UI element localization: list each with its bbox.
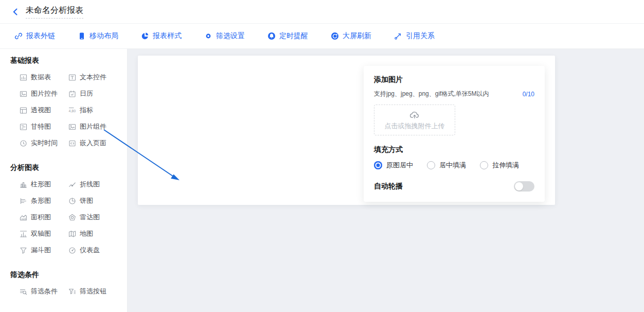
sidebar-item-label: 数据表 (31, 73, 51, 82)
radio-fill-center-fill[interactable]: 居中填满 (427, 161, 466, 170)
radio-fill-original-center[interactable]: 原图居中 (374, 161, 413, 170)
text-widget-icon (68, 74, 76, 81)
filter-search-icon (20, 288, 27, 296)
relation-icon (394, 32, 402, 40)
gauge-icon (68, 247, 76, 254)
sidebar-item-gauge[interactable]: 仪表盘 (68, 242, 127, 258)
sidebar-item-embed-page[interactable]: 嵌入页面 (68, 135, 127, 151)
radio-unselected-icon (427, 161, 435, 169)
embed-page-icon (68, 140, 76, 147)
sidebar-item-label: 文本控件 (80, 73, 106, 82)
toolbar-item-label: 引用关系 (406, 31, 435, 41)
section-title: 基础报表 (10, 56, 127, 65)
radio-fill-stretch-fill[interactable]: 拉伸填满 (480, 161, 519, 170)
sidebar-item-label: 地图 (80, 229, 93, 238)
bell-icon (267, 32, 276, 40)
section-analysis-charts: 分析图表 柱形图 折线图 条形图 (10, 163, 127, 258)
column-chart-icon (20, 181, 27, 188)
sidebar-item-realtime-clock[interactable]: 实时时间 (20, 135, 68, 151)
fill-mode-label: 填充方式 (374, 145, 534, 154)
sidebar-item-label: 仪表盘 (80, 246, 100, 255)
toolbar-item-label: 移动布局 (90, 31, 118, 41)
app-root: 未命名分析报表 报表外链 移动布局 报表样式 筛选设置 定时提醒 大屏刷新 (0, 0, 644, 312)
back-button[interactable] (9, 6, 22, 18)
pie-icon (68, 197, 76, 205)
metric-icon: 4,80 (68, 107, 76, 114)
sidebar-item-label: 透视图 (31, 106, 51, 115)
toolbar-item-label: 报表外链 (26, 31, 55, 41)
sidebar-item-pivot-table[interactable]: 透视图 (20, 102, 68, 118)
autoplay-label: 自动轮播 (374, 182, 403, 191)
svg-text:4,80: 4,80 (69, 109, 76, 113)
sidebar-item-radar-chart[interactable]: 雷达图 (68, 209, 127, 226)
toolbar-bigscreen-refresh[interactable]: 大屏刷新 (331, 31, 371, 41)
calendar-icon (68, 90, 76, 98)
link-icon (14, 32, 23, 40)
report-title[interactable]: 未命名分析报表 (26, 5, 83, 19)
pie-chart-icon (141, 32, 149, 40)
toolbar-item-label: 大屏刷新 (343, 31, 371, 41)
sidebar-item-calendar[interactable]: 日历 (68, 85, 127, 102)
sidebar-item-label: 日历 (80, 89, 93, 98)
sidebar-item-data-table[interactable]: 数据表 (20, 69, 68, 85)
header: 未命名分析报表 (0, 0, 644, 24)
sidebar-item-label: 饼图 (80, 196, 93, 205)
toolbar-report-external-link[interactable]: 报表外链 (14, 31, 55, 41)
toggle-knob (515, 182, 523, 190)
sidebar-item-filter-condition[interactable]: 筛选条件 (20, 283, 68, 300)
sidebar-item-metric[interactable]: 4,80 指标 (68, 102, 127, 118)
radar-chart-icon (68, 214, 76, 221)
toolbar-reference-relation[interactable]: 引用关系 (394, 31, 435, 41)
sidebar-item-label: 指标 (80, 106, 93, 115)
sidebar-item-label: 漏斗图 (31, 246, 51, 255)
toolbar-report-style[interactable]: 报表样式 (141, 31, 182, 41)
sidebar-item-label: 双轴图 (31, 229, 51, 238)
workspace: 基础报表 数据表 文本控件 图片控件 (0, 49, 644, 312)
toolbar-timed-reminder[interactable]: 定时提醒 (267, 31, 308, 41)
image-icon (20, 90, 27, 98)
map-icon (68, 230, 76, 238)
sidebar-item-bar-chart[interactable]: 条形图 (20, 193, 68, 209)
line-chart-icon (68, 181, 76, 188)
sidebar-item-gantt[interactable]: 甘特图 (20, 118, 68, 135)
sidebar-item-label: 雷达图 (80, 213, 100, 222)
image-settings-panel: 添加图片 支持jpg、jpeg、png、gif格式,单张5M以内 0/10 点击… (364, 66, 545, 202)
sidebar-item-image-component[interactable]: 图片组件 (68, 118, 127, 135)
sidebar-item-text-widget[interactable]: 文本控件 (68, 69, 127, 85)
sidebar-item-label: 折线图 (80, 180, 100, 189)
toolbar-mobile-layout[interactable]: 移动布局 (78, 31, 118, 41)
sidebar-item-column-chart[interactable]: 柱形图 (20, 176, 68, 193)
sidebar-item-label: 图片控件 (31, 89, 58, 98)
toolbar-item-label: 报表样式 (153, 31, 182, 41)
sidebar-item-dual-axis-chart[interactable]: 双轴图 (20, 226, 68, 242)
sidebar-item-area-chart[interactable]: 面积图 (20, 209, 68, 226)
mobile-icon (78, 32, 86, 40)
section-title: 筛选条件 (10, 270, 127, 279)
sidebar-item-line-chart[interactable]: 折线图 (68, 176, 127, 193)
sidebar-item-filter-button[interactable]: 筛选按钮 (68, 283, 127, 300)
sidebar-item-label: 嵌入页面 (80, 138, 106, 148)
toolbar-filter-settings[interactable]: 筛选设置 (204, 31, 245, 41)
bar-chart-icon (20, 197, 27, 205)
sidebar-item-funnel-chart[interactable]: 漏斗图 (20, 242, 68, 258)
sidebar-item-label: 柱形图 (31, 180, 51, 189)
gear-icon (204, 32, 212, 40)
radio-selected-icon (374, 161, 382, 169)
sidebar-item-label: 筛选条件 (31, 287, 58, 296)
sidebar-item-image-widget[interactable]: 图片控件 (20, 85, 68, 102)
sidebar-item-label: 图片组件 (80, 122, 106, 131)
autoplay-toggle[interactable] (514, 181, 534, 192)
upload-dropzone-label: 点击或拖拽附件上传 (385, 122, 445, 131)
upload-dropzone[interactable]: 点击或拖拽附件上传 (374, 105, 455, 135)
section-filter-conditions: 筛选条件 筛选条件 筛选按钮 (10, 270, 127, 300)
radio-unselected-icon (480, 161, 488, 169)
radio-label: 拉伸填满 (492, 161, 519, 170)
toolbar-item-label: 筛选设置 (216, 31, 245, 41)
chevron-left-icon (11, 8, 20, 16)
sidebar-item-pie-chart[interactable]: 饼图 (68, 193, 127, 209)
toolbar: 报表外链 移动布局 报表样式 筛选设置 定时提醒 大屏刷新 引用关系 (0, 24, 644, 49)
dual-axis-icon (20, 230, 27, 238)
data-table-icon (20, 74, 27, 81)
upload-format-hint: 支持jpg、jpeg、png、gif格式,单张5M以内 (374, 90, 489, 98)
sidebar-item-map[interactable]: 地图 (68, 226, 127, 242)
